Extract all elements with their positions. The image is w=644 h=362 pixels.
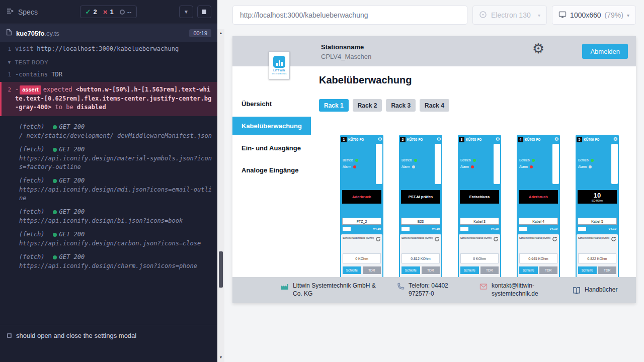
url-bar[interactable]: http://localhost:3000/kabelueberwachung [232, 6, 467, 25]
refresh-icon[interactable] [434, 236, 440, 242]
tdr-button[interactable]: TDR [539, 266, 558, 274]
betrieb-led [414, 159, 417, 162]
cable-name-field[interactable]: Kabel 4 [519, 218, 558, 225]
schleife-button[interactable]: Schleife [578, 266, 597, 274]
reporter-actions: ▼ [179, 6, 211, 18]
viewport-size: 1000x660 [570, 11, 601, 19]
schleife-button[interactable]: Schleife [519, 266, 538, 274]
runner-toolbar: http://localhost:3000/kabelueberwachung … [224, 0, 644, 30]
tdr-button[interactable]: TDR [598, 266, 617, 274]
browser-selector[interactable]: Electron 130 ▾ [472, 6, 547, 25]
book-icon [573, 287, 581, 295]
fetch-label: (fetch) [19, 176, 45, 185]
sidebar-nav-item[interactable]: Ein- und Ausgänge [232, 139, 311, 157]
refresh-icon[interactable] [611, 236, 616, 242]
spec-bar[interactable]: kue705fo.cy.ts 00:19 [0, 24, 217, 42]
command-contains[interactable]: 1 -contains TDR [0, 69, 217, 80]
fetch-label: (fetch) [19, 230, 45, 239]
scroll-down-arrow[interactable]: ▼ [217, 355, 224, 359]
assert-badge: assert [20, 85, 41, 95]
collapse-button[interactable]: ▼ [179, 6, 193, 18]
fetch-status: GET 200 [53, 176, 85, 185]
footer-email[interactable]: kontakt@littwin-systemtechnik.de [479, 282, 554, 298]
cable-name-field[interactable]: Kabel 3 [460, 218, 499, 225]
littwin-logo: LITTWIN SYSTEMTECHNIK [269, 51, 290, 79]
station-info: Stationsname CPLV4_Maschen [321, 43, 371, 60]
command-name: -contains [15, 71, 48, 78]
fetch-log-entry[interactable]: (fetch) GET 200 https://api.iconify.desi… [0, 250, 217, 273]
station-value: CPLV4_Maschen [321, 53, 371, 60]
loop-resistance-value: 0.812 KOhm [401, 253, 440, 263]
rack-tab[interactable]: Rack 4 [420, 99, 449, 112]
tdr-button[interactable]: TDR [363, 266, 381, 274]
rack-tab[interactable]: Rack 1 [319, 99, 349, 112]
cable-name-field[interactable]: FTZ_2 [342, 218, 381, 225]
browser-label: Electron 130 [491, 11, 531, 19]
card-settings-icon[interactable]: ⚙ [378, 137, 382, 142]
browser-icon [479, 11, 487, 20]
footer-company: Littwin Systemtechnik GmbH & Co. KG [281, 282, 378, 298]
fetch-log-entry[interactable]: (fetch) GET 200 https://api.iconify.desi… [0, 205, 217, 228]
stop-button[interactable] [197, 6, 211, 18]
settings-gear-icon[interactable]: ⚙ [532, 42, 544, 56]
firmware-version: V4.19 [608, 227, 616, 230]
rack-tab[interactable]: Rack 3 [386, 99, 416, 112]
version-chip [343, 227, 351, 231]
gauge-strip [376, 144, 382, 184]
refresh-icon[interactable] [375, 236, 381, 242]
fetch-url: https://api.iconify.design/carbon.json?i… [19, 239, 212, 248]
runner-panel: http://localhost:3000/kabelueberwachung … [224, 0, 644, 362]
scrollbar-thumb[interactable] [219, 251, 223, 288]
next-test-row[interactable]: should open and close the settings modal [0, 325, 217, 362]
schleife-button[interactable]: Schleife [401, 266, 420, 274]
footer-phone[interactable]: Telefon: 04402 972577-0 [396, 282, 461, 298]
status-display: PST-M prüfen [401, 190, 440, 204]
logout-button[interactable]: Abmelden [582, 44, 628, 59]
fetch-log-entry[interactable]: (fetch) GET 200 https://api.iconify.desi… [0, 143, 217, 174]
loop-resistance-label: Schleifenwiderstand [kOhm] [460, 236, 492, 239]
betrieb-label: Betrieb [460, 158, 471, 162]
specs-link[interactable]: Specs [6, 7, 38, 17]
device-cards: 1 KÜ705-FO ⚙ Betrieb Alarm [319, 135, 636, 301]
fetch-status: GET 200 [53, 208, 85, 216]
sidebar-nav-item[interactable]: Analoge Eingänge [232, 161, 311, 179]
alarm-label: Alarm [460, 165, 469, 168]
loop-resistance-value: 0 KOhm [343, 253, 381, 263]
command-visit[interactable]: 1 visit http://localhost:3000/kabelueber… [0, 43, 217, 55]
sidebar-nav-item[interactable]: Übersicht [232, 95, 311, 113]
sidebar-nav-item[interactable]: Kabelüberwachung [232, 117, 311, 135]
spec-file-icon [6, 29, 12, 38]
rack-tab[interactable]: Rack 2 [353, 99, 382, 112]
card-settings-icon[interactable]: ⚙ [437, 137, 441, 142]
kabel-app: LITTWIN SYSTEMTECHNIK Stationsname CPLV4… [232, 36, 636, 303]
test-title: should open and close the settings modal [16, 332, 136, 339]
check-icon: ✓ [86, 8, 91, 16]
refresh-icon[interactable] [493, 236, 499, 242]
cable-name-field[interactable]: B23 [401, 218, 440, 225]
device-model: KÜ705-FO [407, 138, 435, 141]
fetch-log-entry[interactable]: (fetch) GET 200 https://api.iconify.desi… [0, 174, 217, 205]
alarm-led [530, 165, 533, 168]
fetch-log-entry[interactable]: (fetch) GET 200 /_next/static/developmen… [0, 120, 217, 143]
test-body-section[interactable]: ▼ TEST BODY [0, 55, 217, 69]
rack-tabs: Rack 1 Rack 2 Rack 3 Rack 4 [319, 99, 636, 112]
stop-icon [202, 10, 206, 14]
card-settings-icon[interactable]: ⚙ [496, 137, 500, 142]
footer-manuals[interactable]: Handbücher [573, 286, 617, 295]
fetch-log-entry[interactable]: (fetch) GET 200 https://api.iconify.desi… [0, 228, 217, 250]
schleife-button[interactable]: Schleife [343, 266, 361, 274]
device-card: 4 KÜ705-FO ⚙ Betrieb Alarm [517, 135, 560, 301]
card-settings-icon[interactable]: ⚙ [554, 137, 559, 142]
viewport-selector[interactable]: 1000x660 (79%) ▾ [552, 6, 636, 25]
tdr-button[interactable]: TDR [480, 266, 499, 274]
card-settings-icon[interactable]: ⚙ [613, 137, 618, 142]
command-assert-failed[interactable]: 2 -assertexpected <button.w-[50%].h-[1.5… [0, 82, 217, 116]
schleife-button[interactable]: Schleife [460, 266, 479, 274]
success-dot-icon [53, 233, 57, 237]
cypress-window: Specs ✓2 ×1 -- ▼ kue705fo.cy.ts 00:19 1 … [0, 0, 644, 362]
tdr-button[interactable]: TDR [422, 266, 440, 274]
cable-name-field[interactable]: Kabel 5 [578, 218, 617, 225]
refresh-icon[interactable] [552, 236, 557, 242]
scroll-up-arrow[interactable]: ▲ [217, 31, 224, 35]
reporter-scrollbar[interactable]: ▲ ▼ [217, 0, 224, 362]
